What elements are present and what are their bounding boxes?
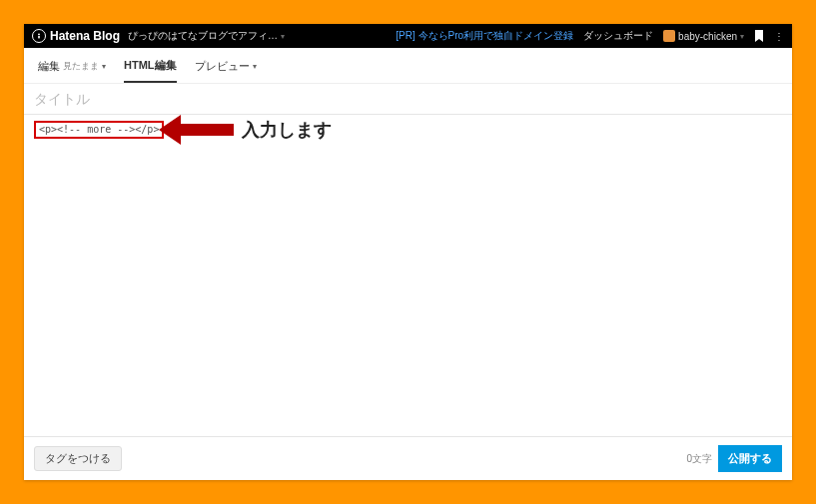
chevron-down-icon: ▾: [102, 62, 106, 71]
add-tag-button[interactable]: タグをつける: [34, 446, 122, 471]
chevron-down-icon: ▾: [740, 32, 744, 41]
promo-link[interactable]: [PR] 今ならPro利用で独自ドメイン登録: [396, 29, 573, 43]
tab-html[interactable]: HTML編集: [124, 58, 177, 83]
dashboard-link[interactable]: ダッシュボード: [583, 29, 653, 43]
menu-icon[interactable]: ⋮: [774, 31, 784, 42]
html-editor[interactable]: <p><!-- more --></p> 入力します: [24, 115, 792, 436]
title-row: [24, 84, 792, 115]
svg-marker-2: [159, 115, 234, 145]
tab-preview[interactable]: プレビュー ▾: [195, 59, 257, 82]
svg-rect-1: [38, 36, 40, 38]
app-window: Hatena Blog ぴっぴのはてなブログでアフィ… ▾ [PR] 今ならPr…: [24, 24, 792, 480]
hatena-logo-icon: [32, 29, 46, 43]
logo-text: Hatena Blog: [50, 29, 120, 43]
chevron-down-icon: ▾: [253, 62, 257, 71]
topbar-left: Hatena Blog ぴっぴのはてなブログでアフィ… ▾: [32, 29, 285, 43]
username: baby-chicken: [678, 31, 737, 42]
user-menu[interactable]: baby-chicken ▾: [663, 30, 744, 42]
blog-name-dropdown[interactable]: ぴっぴのはてなブログでアフィ… ▾: [128, 29, 285, 43]
avatar: [663, 30, 675, 42]
annotation-arrow: 入力します: [159, 115, 332, 145]
code-snippet-highlight: <p><!-- more --></p>: [34, 121, 164, 139]
tab-edit[interactable]: 編集 見たまま ▾: [38, 59, 106, 82]
chevron-down-icon: ▾: [281, 32, 285, 41]
arrow-icon: [159, 115, 234, 145]
logo[interactable]: Hatena Blog: [32, 29, 120, 43]
char-count: 0文字: [686, 452, 712, 466]
editor-tabs: 編集 見たまま ▾ HTML編集 プレビュー ▾: [24, 48, 792, 84]
topbar: Hatena Blog ぴっぴのはてなブログでアフィ… ▾ [PR] 今ならPr…: [24, 24, 792, 48]
bookmark-icon[interactable]: [754, 30, 764, 42]
annotation-text: 入力します: [242, 118, 332, 142]
publish-button[interactable]: 公開する: [718, 445, 782, 472]
footer-right: 0文字 公開する: [686, 445, 782, 472]
topbar-right: [PR] 今ならPro利用で独自ドメイン登録 ダッシュボード baby-chic…: [396, 29, 784, 43]
title-input[interactable]: [34, 91, 782, 107]
svg-point-0: [38, 33, 40, 35]
footer: タグをつける 0文字 公開する: [24, 436, 792, 480]
